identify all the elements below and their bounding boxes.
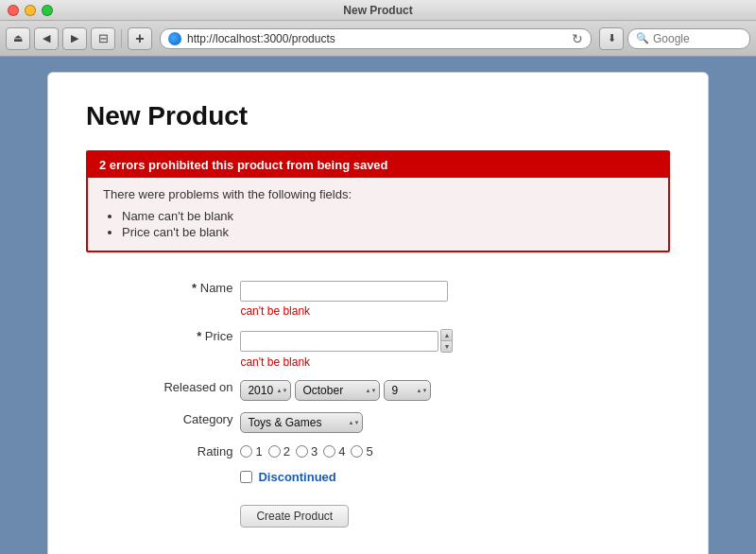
- rating-5-label[interactable]: 5: [351, 444, 372, 459]
- category-row: Category Toys & Games Electronics Books …: [86, 407, 670, 439]
- rating-3-label[interactable]: 3: [296, 444, 318, 459]
- price-field-cell: ▲ ▼ can't be blank: [236, 323, 670, 374]
- discontinued-row: Discontinued: [86, 464, 670, 490]
- rating-row: Rating 1 2: [86, 439, 670, 464]
- create-product-button[interactable]: Create Product: [240, 505, 349, 528]
- rating-label-cell: Rating: [86, 439, 236, 464]
- back-icon: ◀: [43, 32, 50, 44]
- action-button[interactable]: ⊟: [91, 27, 115, 50]
- submit-field-cell: Create Product: [236, 490, 670, 533]
- browser-toolbar: ⏏ ◀ ▶ ⊟ + ↻ ⬇ 🔍: [0, 21, 756, 57]
- rating-1-input[interactable]: [240, 445, 252, 458]
- price-spinner[interactable]: ▲ ▼: [440, 329, 453, 353]
- released-on-label: Released on: [163, 380, 232, 394]
- refresh-icon[interactable]: ↻: [572, 31, 583, 46]
- price-label-cell: * Price: [86, 323, 236, 374]
- minimize-button[interactable]: [25, 5, 36, 16]
- rating-options: 1 2 3 4: [240, 444, 666, 459]
- year-select-wrapper: 2008 2009 2010 2011 2012: [240, 380, 291, 401]
- separator: [121, 29, 122, 48]
- address-input[interactable]: [187, 32, 566, 45]
- price-error: can't be blank: [240, 355, 666, 369]
- download-button[interactable]: ⬇: [599, 27, 624, 50]
- name-label-cell: * Name: [86, 275, 236, 323]
- search-icon: 🔍: [636, 32, 649, 44]
- error-list: Name can't be blank Price can't be blank: [103, 209, 653, 239]
- discontinued-checkbox[interactable]: [240, 471, 252, 483]
- price-row: * Price ▲ ▼ can't be blank: [86, 323, 670, 374]
- window-controls[interactable]: [8, 5, 53, 16]
- submit-spacer: [86, 490, 236, 533]
- title-bar: New Product: [0, 0, 756, 21]
- add-tab-button[interactable]: +: [128, 27, 152, 50]
- page-content: New Product 2 errors prohibited this pro…: [47, 72, 709, 554]
- eject-button[interactable]: ⏏: [6, 27, 30, 50]
- spinner-up-icon[interactable]: ▲: [441, 330, 452, 341]
- rating-5-input[interactable]: [351, 445, 363, 458]
- price-label: Price: [205, 329, 233, 343]
- close-button[interactable]: [8, 5, 19, 16]
- discontinued-text: Discontinued: [258, 470, 335, 484]
- discontinued-label[interactable]: Discontinued: [240, 470, 666, 484]
- error-item-price: Price can't be blank: [122, 225, 653, 239]
- category-label: Category: [183, 412, 233, 426]
- rating-2-label[interactable]: 2: [268, 444, 290, 459]
- rating-label: Rating: [198, 444, 233, 459]
- rating-1-text: 1: [255, 444, 262, 459]
- day-select-wrapper: 1234 5678 910: [384, 380, 431, 401]
- rating-4-text: 4: [338, 444, 345, 459]
- category-select-wrapper: Toys & Games Electronics Books Clothing …: [240, 412, 363, 433]
- price-input[interactable]: [240, 331, 438, 352]
- search-box: 🔍: [627, 28, 750, 49]
- globe-icon: [168, 32, 181, 45]
- form-table: * Name can't be blank * Price: [86, 275, 670, 533]
- window-title: New Product: [343, 4, 412, 17]
- error-body: There were problems with the following f…: [88, 178, 668, 251]
- price-wrapper: ▲ ▼: [240, 329, 666, 353]
- required-star-price: *: [197, 329, 205, 343]
- page-title: New Product: [86, 101, 670, 131]
- day-select[interactable]: 1234 5678 910: [384, 380, 431, 401]
- released-on-label-cell: Released on: [86, 374, 236, 407]
- category-select[interactable]: Toys & Games Electronics Books Clothing …: [240, 412, 363, 433]
- back-button[interactable]: ◀: [34, 27, 59, 50]
- released-fields: 2008 2009 2010 2011 2012 JanuaryFebruary…: [240, 380, 666, 401]
- discontinued-label-spacer: [86, 464, 236, 490]
- month-select[interactable]: JanuaryFebruaryMarch AprilMayJune JulyAu…: [295, 380, 380, 401]
- product-form: * Name can't be blank * Price: [86, 275, 670, 533]
- forward-button[interactable]: ▶: [62, 27, 87, 50]
- category-field-cell: Toys & Games Electronics Books Clothing …: [236, 407, 670, 439]
- rating-5-text: 5: [366, 444, 372, 459]
- error-box: 2 errors prohibited this product from be…: [86, 150, 670, 252]
- released-on-field-cell: 2008 2009 2010 2011 2012 JanuaryFebruary…: [236, 374, 670, 407]
- released-on-row: Released on 2008 2009 2010 2011 2012: [86, 374, 670, 407]
- search-input[interactable]: [653, 32, 756, 45]
- month-select-wrapper: JanuaryFebruaryMarch AprilMayJune JulyAu…: [295, 380, 380, 401]
- rating-3-input[interactable]: [296, 445, 308, 458]
- name-field-cell: can't be blank: [236, 275, 670, 323]
- name-row: * Name can't be blank: [86, 275, 670, 323]
- name-label: Name: [200, 281, 233, 295]
- rating-field-cell: 1 2 3 4: [236, 439, 670, 464]
- rating-4-input[interactable]: [323, 445, 335, 458]
- rating-1-label[interactable]: 1: [240, 444, 262, 459]
- error-item-name: Name can't be blank: [122, 209, 653, 223]
- year-select[interactable]: 2008 2009 2010 2011 2012: [240, 380, 291, 401]
- rating-3-text: 3: [311, 444, 318, 459]
- forward-icon: ▶: [71, 32, 78, 44]
- name-error: can't be blank: [240, 304, 666, 318]
- maximize-button[interactable]: [42, 5, 53, 16]
- rating-2-input[interactable]: [268, 445, 281, 458]
- rating-2-text: 2: [284, 444, 290, 459]
- name-input[interactable]: [240, 281, 448, 302]
- error-header: 2 errors prohibited this product from be…: [88, 152, 668, 178]
- address-bar[interactable]: ↻: [160, 28, 592, 49]
- category-label-cell: Category: [86, 407, 236, 439]
- discontinued-field-cell: Discontinued: [236, 464, 670, 490]
- error-intro: There were problems with the following f…: [103, 187, 653, 201]
- rating-4-label[interactable]: 4: [323, 444, 345, 459]
- spinner-down-icon[interactable]: ▼: [441, 341, 452, 352]
- submit-row: Create Product: [86, 490, 670, 533]
- required-star-name: *: [192, 281, 200, 295]
